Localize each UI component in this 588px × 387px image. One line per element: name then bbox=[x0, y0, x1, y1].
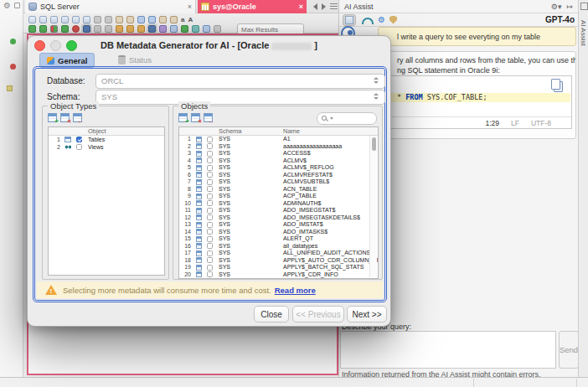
history-icon[interactable] bbox=[362, 18, 374, 24]
undo-icon[interactable] bbox=[137, 16, 145, 23]
font-decrease-icon[interactable]: a bbox=[181, 16, 184, 23]
object-row[interactable]: 15 SYS ALERT_QT bbox=[179, 235, 378, 243]
row-checkbox[interactable] bbox=[207, 271, 213, 277]
ai-settings-icon[interactable]: ⚙ bbox=[378, 15, 385, 25]
object-type-row[interactable]: 2 Views bbox=[49, 143, 164, 151]
run-gutter-icon[interactable] bbox=[10, 39, 16, 44]
object-row[interactable]: 17 SYS ALL_UNIFIED_AUDIT_ACTIONS bbox=[179, 250, 378, 257]
object-row[interactable]: 10 SYS ADMINAUTH$ bbox=[179, 200, 378, 208]
row-checkbox[interactable] bbox=[207, 137, 213, 142]
previous-button[interactable]: << Previous bbox=[292, 306, 344, 322]
export-icon[interactable] bbox=[72, 16, 80, 23]
scrollbar-thumb[interactable] bbox=[372, 137, 376, 151]
tab-sys-oracle[interactable]: sys@Oracle × bbox=[198, 0, 307, 13]
debug-icon[interactable] bbox=[126, 25, 134, 33]
object-row[interactable]: 3 SYS ACCESS$ bbox=[179, 150, 378, 157]
connect-icon[interactable] bbox=[192, 25, 199, 33]
object-row[interactable]: 8 SYS ACN_TABLE bbox=[179, 186, 378, 194]
database-icon[interactable] bbox=[170, 25, 178, 33]
hide-panel-icon[interactable]: ↦ bbox=[566, 3, 573, 11]
record-icon[interactable] bbox=[72, 25, 80, 33]
search-options-caret-icon[interactable] bbox=[330, 117, 333, 120]
pause-icon[interactable] bbox=[105, 25, 112, 33]
row-checkbox[interactable] bbox=[207, 243, 213, 249]
delete-row-icon[interactable] bbox=[191, 113, 200, 122]
row-checkbox[interactable] bbox=[207, 172, 213, 178]
settings-icon[interactable]: ⚙ bbox=[3, 2, 11, 10]
objects-search-input[interactable] bbox=[317, 112, 377, 125]
next-button[interactable]: Next >> bbox=[347, 306, 387, 322]
window-icon[interactable] bbox=[148, 25, 156, 33]
replace-icon[interactable] bbox=[170, 16, 178, 23]
window-layout-icon[interactable] bbox=[580, 3, 588, 10]
row-checkbox[interactable] bbox=[207, 143, 213, 149]
object-row[interactable]: 21 SYS APPLY$_CHANGE_HANDLERS bbox=[179, 278, 378, 279]
object-row[interactable]: 9 SYS ACP_TABLE bbox=[179, 193, 378, 200]
object-row[interactable]: 6 SYS ACLMVREFSTAT$ bbox=[179, 172, 378, 179]
inject-icon[interactable] bbox=[137, 25, 145, 33]
run-icon[interactable] bbox=[39, 25, 47, 33]
object-row[interactable]: 14 SYS ADO_IMTASKS$ bbox=[179, 229, 378, 236]
object-row[interactable]: 7 SYS ACLMVSUBTBL$ bbox=[179, 178, 378, 186]
tab-sql-server[interactable]: SQL Server × bbox=[25, 0, 196, 13]
model-selector[interactable]: GPT-4o bbox=[545, 15, 575, 24]
add-row-icon[interactable] bbox=[48, 113, 57, 122]
new-file-icon[interactable] bbox=[28, 16, 36, 23]
read-more-link[interactable]: Read more bbox=[275, 286, 316, 295]
open-icon[interactable] bbox=[39, 16, 47, 23]
note-gutter-icon[interactable] bbox=[7, 85, 13, 91]
row-checkbox[interactable] bbox=[76, 144, 82, 150]
row-checkbox[interactable] bbox=[207, 222, 213, 228]
refresh-icon[interactable] bbox=[61, 25, 69, 33]
print-icon[interactable] bbox=[83, 16, 90, 23]
row-checkbox[interactable] bbox=[207, 265, 213, 271]
panel-settings-icon[interactable]: ⚙▾ bbox=[551, 3, 562, 11]
record-gutter-icon[interactable] bbox=[10, 64, 16, 70]
revert-row-icon[interactable] bbox=[204, 113, 213, 122]
close-button[interactable]: Close bbox=[254, 306, 289, 322]
stop-icon[interactable] bbox=[94, 25, 101, 33]
column-header-schema[interactable]: Schema bbox=[215, 127, 280, 135]
row-checkbox[interactable] bbox=[207, 214, 213, 220]
run-file-icon[interactable] bbox=[50, 25, 58, 33]
redo-icon[interactable] bbox=[148, 16, 156, 23]
cut-icon[interactable] bbox=[105, 16, 112, 23]
row-checkbox[interactable] bbox=[207, 179, 213, 185]
object-row[interactable]: 12 SYS ADO_IMSEGTASKDETAILS$ bbox=[179, 214, 378, 222]
object-row[interactable]: 2 SYS aaaaaaaaaaaaaaaaaa bbox=[179, 143, 378, 151]
vertical-scrollbar[interactable] bbox=[369, 136, 377, 277]
row-checkbox[interactable] bbox=[76, 137, 82, 142]
row-checkbox[interactable] bbox=[207, 151, 213, 157]
object-row[interactable]: 11 SYS ADO_IMSEGSTAT$ bbox=[179, 207, 378, 214]
copy-icon[interactable] bbox=[116, 16, 123, 23]
delete-row-icon[interactable] bbox=[60, 113, 70, 122]
object-row[interactable]: 13 SYS ADO_IMSTAT$ bbox=[179, 221, 378, 229]
object-row[interactable]: 1 SYS A1 bbox=[179, 136, 378, 143]
add-row-icon[interactable] bbox=[178, 113, 188, 122]
privacy-icon[interactable] bbox=[389, 16, 397, 24]
save-all-icon[interactable] bbox=[61, 16, 69, 23]
column-header-object[interactable]: Object bbox=[85, 127, 164, 135]
font-increase-icon[interactable]: A bbox=[188, 16, 193, 23]
prev-tab-icon[interactable] bbox=[313, 3, 317, 10]
copy-code-icon[interactable] bbox=[554, 81, 563, 92]
paste-icon[interactable] bbox=[126, 16, 134, 23]
database-combobox[interactable]: ORCL bbox=[95, 74, 385, 89]
find-icon[interactable] bbox=[159, 16, 167, 23]
tab-general[interactable]: General bbox=[39, 53, 95, 68]
object-type-row[interactable]: 1 Tables bbox=[49, 136, 164, 143]
row-checkbox[interactable] bbox=[207, 208, 213, 214]
row-checkbox[interactable] bbox=[207, 165, 213, 171]
row-checkbox[interactable] bbox=[207, 200, 213, 206]
send-button[interactable]: Send bbox=[559, 331, 579, 369]
schema-combobox[interactable]: SYS bbox=[95, 90, 385, 105]
card-icon[interactable] bbox=[203, 25, 210, 33]
table-view-icon[interactable] bbox=[83, 25, 90, 33]
add-icon[interactable] bbox=[214, 25, 221, 33]
attach-icon[interactable] bbox=[116, 25, 123, 33]
commit-icon[interactable] bbox=[181, 25, 188, 33]
chat-tab-icon[interactable] bbox=[343, 14, 356, 26]
ai-assist-side-tab[interactable]: AI Assist bbox=[580, 20, 587, 46]
pin-icon[interactable] bbox=[14, 3, 20, 8]
next-tab-icon[interactable] bbox=[322, 3, 326, 10]
